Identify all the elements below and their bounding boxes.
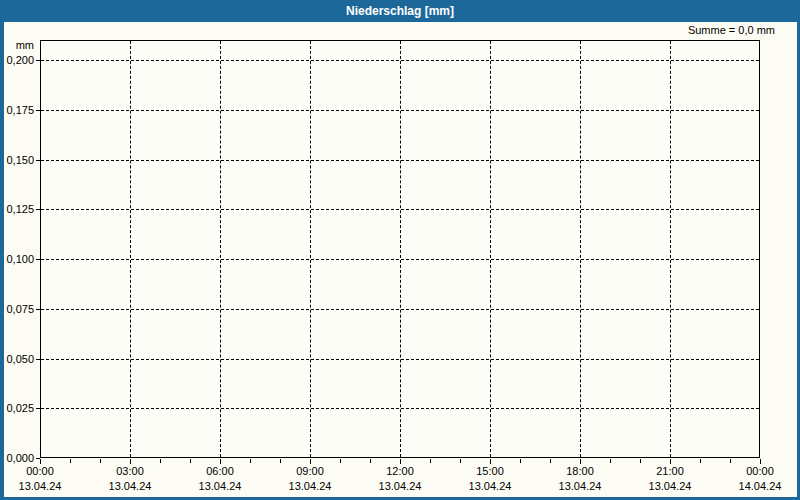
x-axis-date-label: 13.04.24 xyxy=(460,480,520,492)
x-gridline xyxy=(490,41,491,457)
y-axis-tick xyxy=(36,309,40,310)
sum-annotation: Summe = 0,0 mm xyxy=(688,24,775,36)
x-gridline xyxy=(310,41,311,457)
y-axis-label: 0,025 xyxy=(0,402,34,414)
x-axis-time-label: 21:00 xyxy=(640,465,700,477)
x-axis-tick xyxy=(220,459,221,464)
x-axis-date-label: 13.04.24 xyxy=(280,480,340,492)
x-axis-minor-tick xyxy=(100,459,101,463)
x-axis-minor-tick xyxy=(70,459,71,463)
y-axis-tick xyxy=(36,408,40,409)
y-axis-unit-label: mm xyxy=(0,39,34,51)
x-gridline xyxy=(580,41,581,457)
x-axis-minor-tick xyxy=(430,459,431,463)
y-axis-tick xyxy=(36,209,40,210)
x-axis-time-label: 06:00 xyxy=(190,465,250,477)
x-axis-minor-tick xyxy=(190,459,191,463)
x-axis-tick xyxy=(40,459,41,464)
y-axis-label: 0,100 xyxy=(0,253,34,265)
y-axis-label: 0,175 xyxy=(0,104,34,116)
x-axis-tick xyxy=(760,459,761,464)
y-axis-tick xyxy=(36,259,40,260)
x-axis-minor-tick xyxy=(280,459,281,463)
chart-window: Niederschlag [mm] Summe = 0,0 mm mm 0,00… xyxy=(0,0,800,500)
y-axis-label: 0,200 xyxy=(0,54,34,66)
y-axis-label: 0,075 xyxy=(0,303,34,315)
x-gridline xyxy=(670,41,671,457)
x-axis-date-label: 13.04.24 xyxy=(550,480,610,492)
x-axis-minor-tick xyxy=(640,459,641,463)
x-axis-time-label: 03:00 xyxy=(100,465,160,477)
x-axis-date-label: 13.04.24 xyxy=(100,480,160,492)
y-axis-label: 0,150 xyxy=(0,154,34,166)
plot-area xyxy=(40,40,760,458)
chart-title: Niederschlag [mm] xyxy=(346,4,454,18)
x-axis-time-label: 18:00 xyxy=(550,465,610,477)
x-axis-date-label: 14.04.24 xyxy=(730,480,790,492)
x-axis-date-label: 13.04.24 xyxy=(640,480,700,492)
x-gridline xyxy=(400,41,401,457)
x-axis-minor-tick xyxy=(700,459,701,463)
x-gridline xyxy=(220,41,221,457)
y-axis-label: 0,000 xyxy=(0,452,34,464)
x-axis-tick xyxy=(130,459,131,464)
x-axis-minor-tick xyxy=(370,459,371,463)
x-axis-minor-tick xyxy=(160,459,161,463)
x-axis-tick xyxy=(580,459,581,464)
x-axis-minor-tick xyxy=(250,459,251,463)
x-axis-time-label: 00:00 xyxy=(10,465,70,477)
x-axis-minor-tick xyxy=(460,459,461,463)
y-axis-tick xyxy=(36,160,40,161)
x-axis-minor-tick xyxy=(730,459,731,463)
y-axis-tick xyxy=(36,359,40,360)
y-axis-label: 0,050 xyxy=(0,353,34,365)
y-axis-label: 0,125 xyxy=(0,203,34,215)
x-axis-date-label: 13.04.24 xyxy=(10,480,70,492)
x-axis-tick xyxy=(670,459,671,464)
chart-title-bar: Niederschlag [mm] xyxy=(0,0,800,22)
x-gridline xyxy=(130,41,131,457)
y-axis-tick xyxy=(36,60,40,61)
x-axis-tick xyxy=(490,459,491,464)
x-axis-minor-tick xyxy=(610,459,611,463)
y-axis-tick xyxy=(36,110,40,111)
x-axis-tick xyxy=(400,459,401,464)
x-axis-date-label: 13.04.24 xyxy=(370,480,430,492)
x-axis-time-label: 00:00 xyxy=(730,465,790,477)
x-axis-time-label: 09:00 xyxy=(280,465,340,477)
x-axis-minor-tick xyxy=(340,459,341,463)
x-axis-minor-tick xyxy=(550,459,551,463)
x-axis-tick xyxy=(310,459,311,464)
x-axis-date-label: 13.04.24 xyxy=(190,480,250,492)
x-axis-time-label: 15:00 xyxy=(460,465,520,477)
x-axis-minor-tick xyxy=(520,459,521,463)
x-axis-time-label: 12:00 xyxy=(370,465,430,477)
